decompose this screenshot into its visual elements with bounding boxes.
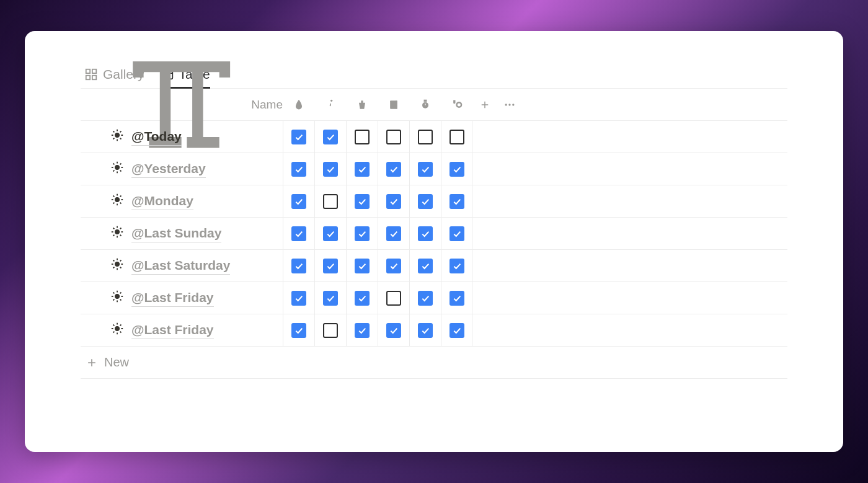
book-icon	[388, 99, 400, 111]
column-header-time[interactable]	[409, 99, 441, 111]
checkbox[interactable]	[386, 162, 401, 177]
checkbox[interactable]	[450, 259, 464, 273]
checkbox-cell	[283, 121, 314, 153]
checkbox-cell	[346, 121, 378, 153]
table-row[interactable]: @Today	[81, 121, 787, 153]
checkbox-cell	[441, 250, 472, 281]
checkbox-cell	[409, 185, 441, 217]
checkbox[interactable]	[418, 259, 433, 273]
row-name-cell[interactable]: @Today	[81, 128, 283, 145]
table-row[interactable]: @Last Friday	[81, 314, 787, 347]
svg-line-71	[120, 299, 122, 301]
checkbox[interactable]	[355, 130, 370, 144]
svg-line-53	[120, 235, 122, 236]
checkbox[interactable]	[291, 226, 306, 241]
checkbox[interactable]	[291, 259, 306, 273]
checkbox-cell	[283, 250, 314, 281]
checkbox[interactable]	[323, 226, 338, 241]
checkbox-cell	[409, 282, 441, 314]
column-header-drink[interactable]	[346, 99, 378, 111]
checkbox[interactable]	[355, 259, 370, 273]
checkbox-cell	[314, 282, 346, 314]
svg-line-28	[120, 131, 122, 132]
row-name-cell[interactable]: @Last Friday	[81, 321, 283, 339]
checkbox[interactable]	[418, 162, 433, 177]
row-name-cell[interactable]: @Last Saturday	[81, 257, 283, 274]
new-row-button[interactable]: New	[81, 347, 787, 379]
checkbox[interactable]	[450, 291, 464, 306]
checkbox[interactable]	[418, 194, 433, 209]
checkbox-cell	[378, 250, 409, 281]
cup-icon	[356, 99, 368, 111]
checkbox[interactable]	[355, 162, 370, 177]
svg-point-18	[508, 104, 510, 105]
checkbox[interactable]	[386, 130, 401, 144]
date-label: @Today	[131, 128, 182, 145]
column-header-reading[interactable]	[378, 99, 409, 111]
checkbox[interactable]	[386, 194, 401, 209]
table-row[interactable]: @Last Friday	[81, 282, 787, 314]
checkbox[interactable]	[291, 162, 306, 177]
table-row[interactable]: @Yesterday	[81, 153, 787, 185]
svg-point-20	[115, 133, 119, 137]
more-icon	[503, 99, 516, 111]
checkbox[interactable]	[291, 291, 306, 306]
checkbox[interactable]	[450, 130, 464, 144]
checkbox[interactable]	[323, 194, 338, 209]
table-header-row: Name	[81, 89, 787, 121]
table-row[interactable]: @Last Sunday	[81, 218, 787, 250]
svg-line-45	[113, 203, 114, 204]
checkbox[interactable]	[291, 194, 306, 209]
checkbox[interactable]	[450, 162, 464, 177]
checkbox-cell	[441, 153, 472, 185]
checkbox[interactable]	[291, 130, 306, 144]
checkbox[interactable]	[418, 291, 433, 306]
checkbox[interactable]	[450, 194, 464, 209]
checkbox-cell	[346, 314, 378, 346]
more-options-button[interactable]	[497, 99, 522, 111]
checkbox[interactable]	[355, 323, 370, 338]
checkbox[interactable]	[418, 130, 433, 144]
checkbox-cell	[314, 250, 346, 281]
checkbox[interactable]	[323, 130, 338, 144]
table-row[interactable]: @Last Saturday	[81, 250, 787, 282]
checkbox-cell	[441, 185, 472, 217]
column-header-water[interactable]	[283, 99, 314, 111]
svg-line-34	[113, 163, 114, 164]
checkbox[interactable]	[355, 194, 370, 209]
checkbox[interactable]	[418, 323, 433, 338]
checkbox[interactable]	[291, 323, 306, 338]
checkbox[interactable]	[355, 226, 370, 241]
svg-line-55	[120, 228, 122, 229]
sun-icon	[110, 128, 124, 145]
add-column-button[interactable]	[472, 99, 497, 110]
checkbox[interactable]	[323, 291, 338, 306]
checkbox[interactable]	[355, 291, 370, 306]
checkbox[interactable]	[386, 323, 401, 338]
checkbox[interactable]	[386, 259, 401, 273]
row-name-cell[interactable]: @Last Sunday	[81, 224, 283, 242]
checkbox[interactable]	[386, 226, 401, 241]
table-row[interactable]: @Monday	[81, 185, 787, 218]
row-name-cell[interactable]: @Last Friday	[81, 289, 283, 306]
svg-point-74	[115, 326, 119, 330]
svg-line-81	[113, 332, 114, 333]
checkbox[interactable]	[323, 259, 338, 273]
checkbox-cell	[346, 153, 378, 185]
row-name-cell[interactable]: @Monday	[81, 192, 283, 210]
sun-icon	[110, 322, 124, 339]
checkbox-cell	[314, 121, 346, 153]
checkbox[interactable]	[386, 291, 401, 306]
checkbox[interactable]	[418, 226, 433, 241]
checkbox-cell	[314, 153, 346, 185]
svg-line-52	[113, 228, 114, 229]
checkbox[interactable]	[450, 226, 464, 241]
svg-line-26	[120, 138, 122, 140]
column-header-exercise[interactable]	[314, 99, 346, 111]
sun-icon	[110, 161, 124, 177]
checkbox[interactable]	[323, 162, 338, 177]
column-header-food[interactable]	[441, 99, 472, 111]
checkbox[interactable]	[323, 323, 338, 338]
row-name-cell[interactable]: @Yesterday	[81, 160, 283, 177]
checkbox[interactable]	[450, 323, 464, 338]
